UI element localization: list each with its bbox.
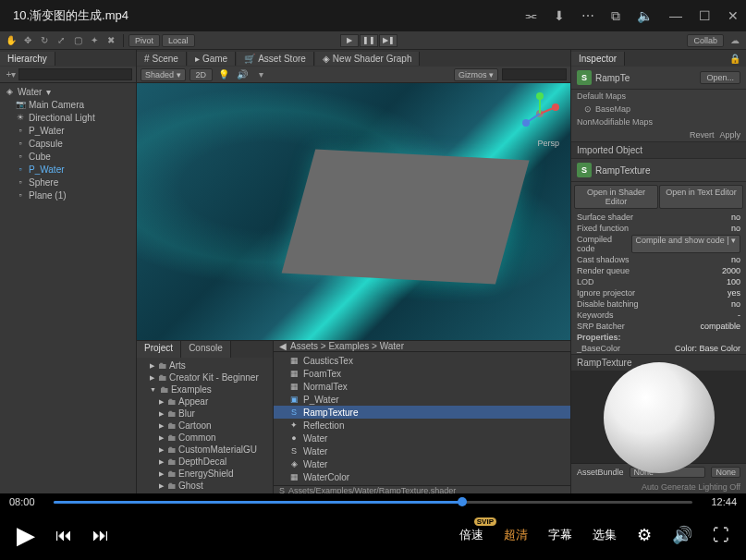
assetbundle-label: AssetBundle [577, 468, 624, 477]
step-button[interactable]: ▶❚ [379, 34, 397, 47]
compiled-code-dropdown[interactable]: Compile and show code | ▾ [631, 235, 740, 253]
scene-search-input[interactable] [502, 68, 567, 80]
cloud-icon[interactable]: ☁ [728, 33, 742, 48]
lock-icon[interactable]: 🔒 [724, 54, 746, 64]
settings-icon[interactable]: ⚙ [637, 525, 652, 545]
custom-tool-icon[interactable]: ✖ [104, 33, 118, 48]
assetbundle-variant-dropdown[interactable]: None [711, 467, 740, 478]
create-dropdown-icon[interactable]: +▾ [4, 67, 18, 82]
shader-graph-tab[interactable]: ◈New Shader Graph [315, 52, 421, 66]
folder-item[interactable]: 🖿DepthDecal [137, 456, 273, 468]
gizmos-dropdown[interactable]: Gizmos ▾ [454, 68, 498, 81]
audio-toggle-icon[interactable]: 🔊 [235, 67, 250, 82]
open-button[interactable]: Open... [700, 71, 740, 84]
folder-item[interactable]: 🖿Arts [137, 359, 273, 371]
hierarchy-search-input[interactable] [18, 68, 132, 80]
shading-mode-dropdown[interactable]: Shaded ▾ [141, 68, 186, 81]
asset-item[interactable]: ▣P_Water [274, 393, 570, 406]
revert-button[interactable]: Revert [690, 130, 715, 140]
fullscreen-icon[interactable]: ⛶ [713, 526, 729, 545]
play-button[interactable]: ▶ [340, 34, 359, 47]
asset-item[interactable]: ✦Reflection [274, 419, 570, 432]
subtitle-button[interactable]: 字幕 [548, 527, 572, 543]
hierarchy-item[interactable]: ▫Sphere [0, 176, 136, 189]
hierarchy-item[interactable]: ▫Plane (1) [0, 189, 136, 201]
hand-tool-icon[interactable]: ✋ [4, 33, 18, 48]
folder-item[interactable]: 🖿Blur [137, 408, 273, 420]
project-tab[interactable]: Project [137, 341, 181, 358]
mute-icon[interactable]: 🔈 [637, 8, 653, 23]
asset-item[interactable]: ▦NormalTex [274, 380, 570, 393]
download-icon[interactable]: ⬇ [554, 8, 565, 23]
lighting-status[interactable]: Auto Generate Lighting Off [571, 481, 746, 493]
close-icon[interactable]: ✕ [728, 8, 739, 23]
prev-icon[interactable]: ⏮ [55, 526, 72, 545]
apply-button[interactable]: Apply [719, 130, 740, 140]
episodes-button[interactable]: 选集 [593, 527, 617, 543]
scene-root[interactable]: ◈Water▾ [0, 85, 136, 98]
collab-button[interactable]: Collab [687, 34, 724, 47]
open-shader-editor-button[interactable]: Open in Shader Editor [574, 185, 658, 209]
asset-item[interactable]: ▦FoamTex [274, 367, 570, 380]
unity-toolbar: ✋ ✥ ↻ ⤢ ▢ ✦ ✖ Pivot Local ▶ ❚❚ ▶❚ Collab… [0, 31, 746, 50]
share-icon[interactable]: ⫘ [524, 8, 537, 23]
speed-button[interactable]: 倍速SVIP [459, 527, 483, 543]
more-icon[interactable]: ⋯ [581, 8, 594, 23]
folder-item[interactable]: 🖿Cartoon [137, 420, 273, 432]
material-preview[interactable] [571, 371, 746, 463]
hierarchy-item[interactable]: ▫Cube [0, 150, 136, 163]
hierarchy-item[interactable]: ▫P_Water [0, 163, 136, 176]
lighting-toggle-icon[interactable]: 💡 [216, 67, 231, 82]
local-toggle[interactable]: Local [162, 34, 195, 47]
console-tab[interactable]: Console [181, 341, 231, 358]
transform-tool-icon[interactable]: ✦ [87, 33, 102, 48]
folder-item[interactable]: 🖿Examples [137, 383, 273, 396]
scale-tool-icon[interactable]: ⤢ [54, 33, 68, 48]
scene-viewport[interactable]: Persp [137, 83, 570, 340]
pivot-toggle[interactable]: Pivot [128, 34, 160, 47]
next-icon[interactable]: ⏭ [92, 526, 109, 545]
hierarchy-item[interactable]: ☀Directional Light [0, 111, 136, 124]
game-tab[interactable]: ▸Game [188, 52, 236, 66]
asset-item[interactable]: ◈Water [274, 457, 570, 470]
perspective-label[interactable]: Persp [537, 139, 559, 148]
folder-item[interactable]: 🖿CustomMaterialGU [137, 444, 273, 456]
asset-item[interactable]: SWater [274, 444, 570, 457]
scene-tab[interactable]: #Scene [137, 52, 187, 66]
open-text-editor-button[interactable]: Open in Text Editor [659, 185, 743, 209]
progress-bar[interactable] [54, 501, 692, 504]
folder-item[interactable]: 🖿EnergyShield [137, 468, 273, 480]
folder-item[interactable]: 🖿Creator Kit - Beginner [137, 371, 273, 383]
inspector-tab[interactable]: Inspector [571, 52, 625, 66]
asset-store-tab[interactable]: 🛒Asset Store [237, 52, 314, 66]
folder-item[interactable]: 🖿Common [137, 432, 273, 444]
hierarchy-item[interactable]: ▫P_Water [0, 124, 136, 137]
rotate-tool-icon[interactable]: ↻ [37, 33, 52, 48]
hierarchy-item[interactable]: ▫Capsule [0, 137, 136, 150]
pip-icon[interactable]: ⧉ [611, 8, 620, 24]
asset-item-selected[interactable]: SRampTexture [274, 406, 570, 419]
folder-item[interactable]: 🖿Ghost [137, 480, 273, 492]
pause-button[interactable]: ❚❚ [360, 34, 378, 47]
breadcrumb[interactable]: ◀ Assets > Examples > Water 🔒 👁 ★ [274, 341, 570, 352]
rect-tool-icon[interactable]: ▢ [70, 33, 85, 48]
move-tool-icon[interactable]: ✥ [20, 33, 35, 48]
asset-item[interactable]: ▦WaterColor [274, 470, 570, 483]
back-icon[interactable]: ◀ [279, 341, 287, 351]
axis-gizmo[interactable] [517, 91, 563, 137]
fx-toggle-icon[interactable]: ▾ [253, 67, 268, 82]
volume-icon[interactable]: 🔊 [672, 525, 692, 545]
hierarchy-item[interactable]: 📷Main Camera [0, 98, 136, 111]
maximize-icon[interactable]: ☐ [699, 8, 711, 23]
folder-item[interactable]: 🖿Appear [137, 396, 273, 408]
texture-icon: ▦ [288, 471, 300, 482]
asset-item[interactable]: ●Water [274, 432, 570, 444]
circle-icon[interactable]: ⊙ [584, 104, 592, 114]
quality-button[interactable]: 超清 [504, 527, 528, 543]
play-icon[interactable]: ▶ [17, 521, 35, 550]
2d-toggle[interactable]: 2D [190, 68, 214, 81]
hierarchy-tab[interactable]: Hierarchy [0, 52, 55, 66]
progress-thumb[interactable] [458, 497, 467, 506]
asset-item[interactable]: ▦CausticsTex [274, 354, 570, 367]
minimize-icon[interactable]: — [669, 8, 682, 23]
